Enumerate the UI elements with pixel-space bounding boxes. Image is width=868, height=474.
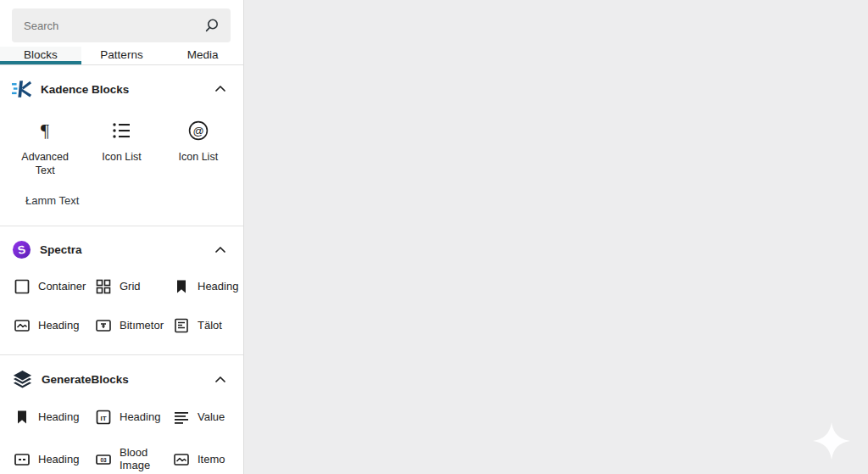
spectra-logo-icon: S xyxy=(12,240,31,259)
kadence-logo-icon xyxy=(12,79,32,99)
tab-blocks[interactable]: Blocks xyxy=(0,47,81,64)
lines-icon xyxy=(173,409,190,426)
block-item-label: Value xyxy=(198,411,225,424)
block-item-icon-list[interactable]: Icon List xyxy=(83,111,159,184)
svg-text:03: 03 xyxy=(100,457,107,463)
block-item-label: Itemo xyxy=(198,454,225,466)
block-item-label: Heading xyxy=(38,454,79,466)
generateblocks-logo-icon xyxy=(12,369,33,390)
block-item-heading-bookmark[interactable]: Heading xyxy=(171,268,240,305)
pilcrow-icon: ¶ xyxy=(34,120,56,142)
chevron-up-icon[interactable] xyxy=(213,243,228,258)
section-title: Kadence Blocks xyxy=(41,83,204,96)
block-item-label: Heading xyxy=(198,281,238,293)
block-item-value[interactable]: Value xyxy=(171,399,238,436)
section-generateblocks: GenerateBlocks Heading IT Heading xyxy=(0,355,243,474)
tab-patterns[interactable]: Patterns xyxy=(81,47,163,64)
chevron-up-icon[interactable] xyxy=(213,81,228,97)
block-item-label: Blood Image xyxy=(120,447,170,472)
block-item-advanced-text[interactable]: ¶ Advanced Text xyxy=(7,111,83,184)
image-icon xyxy=(173,451,190,468)
block-item-itemo[interactable]: Itemo xyxy=(171,438,238,474)
section-spectra: S Spectra Container xyxy=(0,226,243,355)
block-item-bitimetor[interactable]: Bitımetor xyxy=(93,307,171,344)
bookmark-icon xyxy=(14,409,31,426)
block-item-label: Heading xyxy=(38,411,79,424)
inserter-tabs: Blocks Patterns Media xyxy=(0,47,243,65)
block-item-heading-dash[interactable]: Heading xyxy=(12,438,93,474)
svg-text:IT: IT xyxy=(100,415,106,422)
chevron-up-icon[interactable] xyxy=(213,372,228,388)
block-item-container[interactable]: Container xyxy=(12,268,93,305)
grid-icon xyxy=(95,278,112,295)
block-item-blood-image[interactable]: 03 Blood Image xyxy=(93,438,171,474)
block-item-icon-list-2[interactable]: @ Icon List xyxy=(160,111,236,184)
media-box-icon: 03 xyxy=(95,451,112,468)
block-item-label: Container xyxy=(38,281,86,293)
block-item-label: Grid xyxy=(120,281,141,293)
kadence-block-grid: ¶ Advanced Text Icon List xyxy=(0,106,243,184)
button-icon xyxy=(95,317,112,334)
icon-list-icon xyxy=(110,120,132,142)
lamm-text-label: Łamm Text xyxy=(25,194,243,207)
it-box-icon: IT xyxy=(95,409,112,426)
block-item-heading-bookmark[interactable]: Heading xyxy=(12,399,93,436)
image-icon xyxy=(14,317,31,334)
block-item-label: Bitımetor xyxy=(120,320,164,332)
block-item-heading-it[interactable]: IT Heading xyxy=(93,399,171,436)
block-item-talot[interactable]: Tälot xyxy=(171,307,240,344)
svg-text:¶: ¶ xyxy=(41,120,49,141)
block-item-label: Icon List xyxy=(179,151,219,165)
dash-box-icon xyxy=(14,451,31,468)
bookmark-icon xyxy=(173,278,190,295)
section-header-generateblocks[interactable]: GenerateBlocks xyxy=(0,355,243,397)
search-row xyxy=(0,0,243,47)
block-item-label: Heading xyxy=(38,320,79,332)
section-title: Spectra xyxy=(40,243,204,256)
block-item-label: Heading xyxy=(120,411,160,424)
block-item-label: Tälot xyxy=(198,320,222,332)
search-input[interactable] xyxy=(12,20,231,32)
search-box[interactable] xyxy=(12,8,231,42)
block-item-label: Icon List xyxy=(102,151,142,165)
svg-text:@: @ xyxy=(192,125,203,137)
tab-media[interactable]: Media xyxy=(162,47,243,64)
text-doc-icon xyxy=(173,317,190,334)
editor-canvas xyxy=(245,0,868,474)
section-kadence-blocks: Kadence Blocks ¶ Advanced Text xyxy=(0,65,243,226)
spectra-block-grid: Container Grid Heading xyxy=(0,266,243,344)
block-item-label: Advanced Text xyxy=(15,151,75,177)
block-inserter-sidebar: Blocks Patterns Media Kadence Blocks xyxy=(0,0,244,474)
block-item-heading-image[interactable]: Heading xyxy=(12,307,93,344)
sparkle-icon[interactable] xyxy=(813,422,850,460)
circle-at-icon: @ xyxy=(187,120,209,142)
block-item-grid[interactable]: Grid xyxy=(93,268,171,305)
container-icon xyxy=(14,278,31,295)
section-header-spectra[interactable]: S Spectra xyxy=(0,226,243,266)
search-icon xyxy=(203,17,220,34)
generateblocks-block-grid: Heading IT Heading Value xyxy=(0,397,243,474)
section-title: GenerateBlocks xyxy=(42,373,204,386)
section-header-kadence[interactable]: Kadence Blocks xyxy=(0,65,243,106)
